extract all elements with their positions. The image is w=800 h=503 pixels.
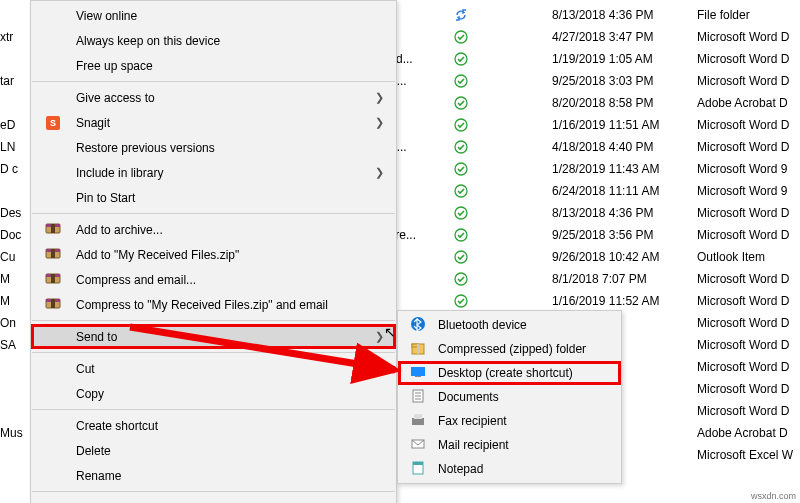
svg-rect-38 bbox=[415, 376, 421, 377]
file-type: File folder bbox=[697, 8, 800, 22]
menu-item-always-keep-on-this-device[interactable]: Always keep on this device bbox=[31, 28, 396, 53]
chevron-right-icon: ❯ bbox=[375, 116, 384, 129]
file-type: Microsoft Excel W bbox=[697, 448, 800, 462]
chevron-right-icon: ❯ bbox=[375, 330, 384, 343]
menu-item-add-to-my-received-files-zip[interactable]: Add to "My Received Files.zip" bbox=[31, 242, 396, 267]
file-date: 9/26/2018 10:42 AM bbox=[552, 250, 692, 264]
file-type: Microsoft Word D bbox=[697, 206, 800, 220]
submenu-label: Mail recipient bbox=[438, 438, 509, 452]
file-date: 8/20/2018 8:58 PM bbox=[552, 96, 692, 110]
rar-icon bbox=[43, 271, 63, 288]
file-type: Microsoft Word D bbox=[697, 74, 800, 88]
status-icon bbox=[454, 162, 472, 176]
file-date: 4/18/2018 4:40 PM bbox=[552, 140, 692, 154]
file-date: 8/1/2018 7:07 PM bbox=[552, 272, 692, 286]
snagit-icon: S bbox=[43, 115, 63, 130]
file-type: Outlook Item bbox=[697, 250, 800, 264]
mail-icon bbox=[408, 436, 428, 455]
doc-icon bbox=[408, 388, 428, 407]
desk-icon bbox=[408, 364, 428, 383]
status-icon bbox=[454, 250, 472, 264]
menu-item-snagit[interactable]: SSnagit❯ bbox=[31, 110, 396, 135]
status-icon bbox=[454, 96, 472, 110]
svg-rect-36 bbox=[417, 344, 419, 354]
file-date: 9/25/2018 3:03 PM bbox=[552, 74, 692, 88]
menu-label: Compress and email... bbox=[76, 273, 196, 287]
menu-item-delete[interactable]: Delete bbox=[31, 438, 396, 463]
menu-label: Create shortcut bbox=[76, 419, 158, 433]
menu-item-compress-to-my-received-files-zip-and-email[interactable]: Compress to "My Received Files.zip" and … bbox=[31, 292, 396, 317]
menu-item-rename[interactable]: Rename bbox=[31, 463, 396, 488]
submenu-label: Bluetooth device bbox=[438, 318, 527, 332]
menu-item-properties[interactable]: Properties bbox=[31, 495, 396, 503]
submenu-item-notepad[interactable]: Notepad bbox=[398, 457, 621, 481]
menu-item-add-to-archive[interactable]: Add to archive... bbox=[31, 217, 396, 242]
status-icon bbox=[454, 206, 472, 220]
file-date: 8/13/2018 4:36 PM bbox=[552, 206, 692, 220]
svg-rect-26 bbox=[51, 249, 55, 258]
menu-item-give-access-to[interactable]: Give access to❯ bbox=[31, 85, 396, 110]
submenu-item-mail-recipient[interactable]: Mail recipient bbox=[398, 433, 621, 457]
menu-item-restore-previous-versions[interactable]: Restore previous versions bbox=[31, 135, 396, 160]
menu-label: Give access to bbox=[76, 91, 155, 105]
submenu-item-bluetooth-device[interactable]: Bluetooth device bbox=[398, 313, 621, 337]
rar-icon bbox=[43, 246, 63, 263]
menu-label: Free up space bbox=[76, 59, 153, 73]
file-date: 1/16/2019 11:52 AM bbox=[552, 294, 692, 308]
file-type: Microsoft Word D bbox=[697, 52, 800, 66]
menu-item-copy[interactable]: Copy bbox=[31, 381, 396, 406]
submenu-label: Desktop (create shortcut) bbox=[438, 366, 573, 380]
file-name-fragment: LN bbox=[0, 140, 30, 154]
chevron-right-icon: ❯ bbox=[375, 91, 384, 104]
submenu-label: Documents bbox=[438, 390, 499, 404]
file-type: Microsoft Word D bbox=[697, 316, 800, 330]
file-type: Microsoft Word 9 bbox=[697, 184, 800, 198]
svg-rect-44 bbox=[414, 414, 422, 419]
status-icon bbox=[454, 30, 472, 44]
file-type: Adobe Acrobat D bbox=[697, 96, 800, 110]
menu-item-cut[interactable]: Cut bbox=[31, 356, 396, 381]
file-name-fragment: Des bbox=[0, 206, 30, 220]
submenu-item-fax-recipient[interactable]: Fax recipient bbox=[398, 409, 621, 433]
menu-item-include-in-library[interactable]: Include in library❯ bbox=[31, 160, 396, 185]
sendto-submenu[interactable]: Bluetooth deviceCompressed (zipped) fold… bbox=[397, 310, 622, 484]
submenu-item-documents[interactable]: Documents bbox=[398, 385, 621, 409]
file-date: 1/16/2019 11:51 AM bbox=[552, 118, 692, 132]
menu-item-free-up-space[interactable]: Free up space bbox=[31, 53, 396, 78]
menu-item-create-shortcut[interactable]: Create shortcut bbox=[31, 413, 396, 438]
menu-label: Pin to Start bbox=[76, 191, 135, 205]
svg-rect-32 bbox=[51, 299, 55, 308]
status-icon bbox=[454, 52, 472, 66]
submenu-label: Compressed (zipped) folder bbox=[438, 342, 586, 356]
menu-item-pin-to-start[interactable]: Pin to Start bbox=[31, 185, 396, 210]
status-icon bbox=[454, 8, 472, 22]
svg-rect-43 bbox=[412, 418, 424, 425]
status-icon bbox=[454, 228, 472, 242]
menu-label: Delete bbox=[76, 444, 111, 458]
menu-label: Compress to "My Received Files.zip" and … bbox=[76, 298, 328, 312]
menu-item-compress-and-email[interactable]: Compress and email... bbox=[31, 267, 396, 292]
watermark: wsxdn.com bbox=[751, 491, 796, 501]
file-name-fragment: M bbox=[0, 294, 30, 308]
file-name-fragment: xtr bbox=[0, 30, 30, 44]
menu-label: Copy bbox=[76, 387, 104, 401]
status-icon bbox=[454, 140, 472, 154]
file-type: Microsoft Word D bbox=[697, 30, 800, 44]
menu-label: Rename bbox=[76, 469, 121, 483]
status-icon bbox=[454, 74, 472, 88]
menu-label: View online bbox=[76, 9, 137, 23]
file-name-fragment: eD bbox=[0, 118, 30, 132]
file-type: Microsoft Word D bbox=[697, 382, 800, 396]
rar-icon bbox=[43, 296, 63, 313]
file-name-fragment: D c bbox=[0, 162, 30, 176]
context-menu[interactable]: View onlineAlways keep on this deviceFre… bbox=[30, 0, 397, 503]
menu-item-send-to[interactable]: Send to❯ bbox=[31, 324, 396, 349]
submenu-item-desktop-create-shortcut[interactable]: Desktop (create shortcut) bbox=[398, 361, 621, 385]
svg-rect-23 bbox=[51, 224, 55, 233]
file-type: Microsoft Word D bbox=[697, 360, 800, 374]
bt-icon bbox=[408, 316, 428, 335]
file-type: Microsoft Word D bbox=[697, 228, 800, 242]
submenu-item-compressed-zipped-folder[interactable]: Compressed (zipped) folder bbox=[398, 337, 621, 361]
file-name-fragment: On bbox=[0, 316, 30, 330]
menu-item-view-online[interactable]: View online bbox=[31, 3, 396, 28]
